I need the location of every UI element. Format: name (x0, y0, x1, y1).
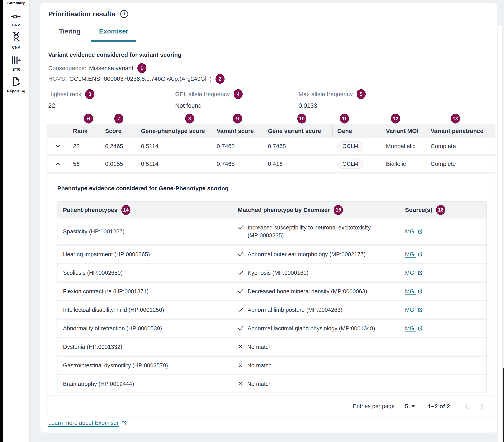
consequence-label: Consequence: (48, 65, 86, 72)
sidebar-item-reporting[interactable]: Reporting (3, 89, 29, 93)
matched-phenotype: Kyphosis (MP:0000160) (248, 269, 309, 277)
chevron-right-icon (479, 403, 485, 410)
check-icon (238, 307, 244, 313)
annotation-badge-8: 8 (185, 114, 194, 124)
results-table: Rank Score Gene-phenotype score Variant … (47, 124, 495, 417)
check-icon (238, 251, 244, 257)
annotation-badge-1: 1 (137, 63, 146, 73)
patient-phenotype: Scoliosis (HP:0002650) (57, 270, 231, 276)
x-icon (238, 381, 243, 387)
report-edit-icon[interactable] (3, 76, 29, 87)
check-icon (238, 224, 244, 230)
patient-phenotype: Spasticity (HP:0001257) (57, 228, 231, 235)
gene-chip[interactable]: GCLM (337, 159, 364, 169)
mgi-source-link[interactable]: MGI (405, 251, 423, 258)
cell-gene-variant-score: 0.416 (263, 161, 332, 167)
cell-score: 0.0155 (100, 161, 136, 167)
results-row-rank-56: 56 0.0155 0.5114 0.7465 0.416 GCLM Biall… (47, 156, 495, 172)
scrollbar-track[interactable] (498, 25, 502, 442)
sidebar-item-snv[interactable]: SNV (3, 23, 29, 27)
patient-phenotype: Hearing impairment (HP:0000365) (57, 251, 231, 258)
expand-row-button[interactable] (47, 145, 68, 148)
cell-variant-moi: Monoallelic (381, 143, 426, 149)
sidebar-item-str[interactable]: STR (3, 67, 29, 72)
col-gene: Gene (332, 128, 381, 134)
mgi-source-link[interactable]: MGI (405, 325, 423, 332)
phenotype-row: Abnormality of refraction (HP:0000539) A… (57, 318, 487, 337)
snv-icon[interactable] (3, 11, 29, 22)
external-link-icon (121, 420, 127, 426)
cell-gene-variant-score: 0.7465 (263, 143, 332, 149)
phenotype-evidence-heading: Phenotype evidence considered for Gene-P… (57, 185, 495, 192)
collapse-row-button[interactable] (47, 162, 68, 166)
annotation-badge-13: 13 (451, 114, 460, 124)
x-icon (238, 344, 243, 350)
matched-phenotype: Abnormal lacrimal gland physiology (MP:0… (248, 324, 375, 332)
phenotype-row: Flexion contracture (HP:0001371) Decreas… (57, 281, 487, 300)
row-separator (47, 154, 495, 156)
patient-phenotype: Abnormality of refraction (HP:0000539) (57, 325, 231, 332)
variant-stats: Highest rank 3 22 GEL allele frequency 4… (48, 89, 366, 109)
learn-more-link[interactable]: Learn more about Exomiser (48, 420, 127, 426)
mgi-source-link[interactable]: MGI (405, 228, 423, 235)
col-variant-moi: Variant MOI (381, 128, 426, 134)
next-page-button[interactable] (479, 403, 485, 410)
matched-phenotype: Decreased bone mineral density (MP:00000… (248, 287, 367, 295)
col-score: Score (100, 128, 136, 134)
sidebar: Summary SNV CNV (3, 0, 30, 442)
check-icon (238, 288, 244, 294)
check-icon (238, 325, 244, 331)
dna-helix-icon[interactable] (3, 32, 29, 42)
cell-variant-penetrance: Complete (426, 161, 495, 167)
mgi-source-link[interactable]: MGI (405, 307, 423, 313)
chevron-up-icon (55, 162, 60, 166)
sidebar-item-cnv[interactable]: CNV (3, 45, 29, 50)
external-link-icon (417, 270, 423, 276)
annotation-badge-7: 7 (114, 114, 123, 124)
patient-phenotype: Intellectual disability, mild (HP:000125… (57, 307, 231, 313)
cell-score: 0.2465 (100, 143, 136, 149)
stat-value: 22 (48, 102, 175, 109)
phenotype-row: Hearing impairment (HP:0000365) Abnormal… (57, 244, 487, 263)
matched-phenotype: Abnormal limb posture (MP:0004263) (248, 306, 342, 314)
annotation-badge-2: 2 (215, 74, 225, 84)
consequence-value: Missense variant (89, 65, 133, 72)
col-sources: Source(s) (405, 207, 432, 213)
info-icon[interactable]: i (120, 10, 128, 18)
matched-phenotype: Abnormal outer ear morphology (MP:000217… (248, 250, 366, 258)
stat-label: Max allele frequency (298, 91, 353, 97)
cell-rank: 56 (68, 161, 100, 167)
tab-tiering[interactable]: Tiering (51, 27, 88, 42)
tab-exomiser[interactable]: Exomiser (91, 27, 136, 42)
hgvs-line: HGVS: GCLM:ENST00000370238.8:c.746G>A:p.… (48, 74, 225, 84)
patient-phenotype: Gastrointestinal dysmotility (HP:0002579… (57, 362, 231, 369)
annotation-badge-15: 15 (334, 205, 343, 215)
entries-per-page-select[interactable]: 5 (405, 403, 415, 410)
stat-highest-rank: Highest rank 3 22 (48, 89, 175, 109)
external-link-icon (417, 229, 423, 234)
annotation-badge-12: 12 (391, 114, 400, 124)
annotation-badge-16: 16 (436, 205, 445, 215)
phenotype-table-header: Patient phenotypes 14 Matched phenotype … (57, 202, 487, 218)
previous-page-button[interactable] (464, 403, 469, 410)
x-icon (238, 362, 243, 368)
cell-variant-penetrance: Complete (426, 143, 495, 149)
cell-variant-moi: Biallelic (381, 161, 426, 167)
mgi-source-link[interactable]: MGI (405, 288, 423, 295)
sidebar-item-summary[interactable]: Summary (3, 1, 29, 5)
table-footer: Entries per page 5 1–2 of 2 (47, 396, 495, 417)
stat-max-allele-frequency: Max allele frequency 5 0.0133 (298, 89, 366, 109)
entries-per-page-label: Entries per page (353, 403, 395, 409)
stat-label: Highest rank (48, 91, 81, 97)
annotation-badge-14: 14 (122, 205, 130, 215)
stat-gel-allele-frequency: GEL allele frequency 4 Not found (175, 89, 298, 109)
col-variant-penetrance: Variant penetrance (426, 128, 495, 134)
str-bars-icon[interactable] (3, 55, 29, 65)
cell-variant-score: 0.7465 (212, 161, 263, 167)
gene-chip[interactable]: GCLM (337, 141, 364, 151)
results-table-header: Rank Score Gene-phenotype score Variant … (47, 124, 495, 138)
app-screen: Summary SNV CNV (0, 0, 504, 442)
matched-phenotype: No match (247, 343, 272, 351)
mgi-source-link[interactable]: MGI (405, 270, 423, 276)
matched-phenotype: Increased susceptibility to neuronal exc… (248, 223, 394, 239)
